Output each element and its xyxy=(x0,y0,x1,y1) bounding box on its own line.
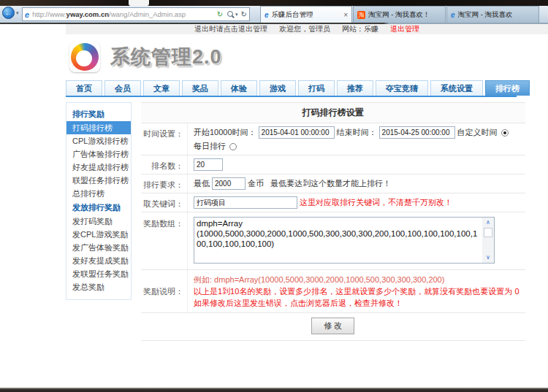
main-nav: 首页 会员 文章 奖品 体验 游戏 打码 推荐 夺宝竞猜 系统设置 排行榜 xyxy=(66,80,517,97)
browser-tab-taobao-1[interactable]: 淘 淘宝网 - 淘我喜欢！ xyxy=(353,6,446,23)
desktop-window-fragment xyxy=(129,0,149,6)
sidebar-item-ad-experience-rank[interactable]: 广告体验排行榜 xyxy=(66,147,131,161)
site-title: 系统管理2.0 xyxy=(110,44,222,70)
form-title: 打码排行榜设置 xyxy=(141,103,525,123)
ie-page-icon: e xyxy=(451,11,455,19)
sidebar-item-total-rank[interactable]: 总排行榜 xyxy=(66,187,131,200)
custom-time-radio[interactable] xyxy=(501,129,509,137)
search-dropdown-icon[interactable]: ▾ xyxy=(235,12,238,18)
browser-chrome: ← ▾ e http://www.yway.com.cn/wang/Admin_… xyxy=(0,6,548,23)
refresh-icon[interactable]: ↻ xyxy=(241,10,247,18)
address-bar[interactable]: e http://www.yway.com.cn/wang/Admin_Admi… xyxy=(22,7,250,21)
nav-tab-lottery[interactable]: 夺宝竞猜 xyxy=(376,80,428,96)
page-body: 系统管理2.0 首页 会员 文章 奖品 体验 游戏 打码 推荐 夺宝竞猜 系统设… xyxy=(0,34,548,341)
search-icon[interactable] xyxy=(227,11,234,18)
ie-page-icon: e xyxy=(265,11,269,19)
desc-example-line: 例如: dmph=Array(10000,5000,3000,2000,1000… xyxy=(194,274,520,285)
welcome-bar: 退出时请点击退出管理 欢迎您，管理员 网站：乐赚 退出管理 xyxy=(66,24,548,34)
back-button[interactable]: ← xyxy=(2,7,15,19)
sidebar-item-send-friend-commission-reward[interactable]: 发好友提成奖励 xyxy=(66,254,131,267)
nav-tab-system-settings[interactable]: 系统设置 xyxy=(430,80,483,96)
rank-count-input[interactable] xyxy=(194,158,223,171)
keyword-label: 取关键词： xyxy=(141,193,188,212)
end-time-input[interactable] xyxy=(379,126,455,139)
reward-desc-row: 奖励说明： 例如: dmph=Array(10000,5000,3000,200… xyxy=(141,270,525,313)
page-favicon-icon: e xyxy=(25,10,29,19)
tab-title: 乐赚后台管理 xyxy=(272,10,342,20)
sidebar-item-send-alliance-task-reward[interactable]: 发联盟任务奖励 xyxy=(66,267,131,280)
site-header: 系统管理2.0 xyxy=(69,40,548,74)
sidebar-item-coding-rank[interactable]: 打码排行榜 xyxy=(66,121,131,134)
url-text[interactable]: http://www.yway.com.cn/wang/Admin_Admin.… xyxy=(32,10,214,18)
requirement-note: 最低要达到这个数量才能上排行！ xyxy=(270,178,391,189)
settings-form: 打码排行榜设置 时间设置： 开始10000时间： 结束时间： 自定义时间 每日排… xyxy=(141,102,525,341)
keyword-row: 取关键词： 这里对应取排行关键词，不清楚千万别改！ xyxy=(141,193,525,212)
close-icon[interactable]: × xyxy=(343,11,348,19)
desc-line-2: 以上是1到10名的奖励，设置多少排名，这里就设置多少个奖励，就算没有奖励也要设置… xyxy=(194,285,520,297)
scrollbar-thumb[interactable] xyxy=(484,228,492,237)
sidebar-item-alliance-task-rank[interactable]: 联盟任务排行榜 xyxy=(66,174,131,187)
reward-array-row: 奖励数组： dmph=Array (10000,5000,3000,2000,1… xyxy=(141,212,525,270)
site-name-text: 网站：乐赚 xyxy=(342,24,378,34)
modify-button[interactable]: 修 改 xyxy=(311,318,354,334)
scroll-down-icon[interactable]: ∨ xyxy=(486,253,490,263)
min-label: 最低 xyxy=(194,178,210,189)
compatibility-view-icon[interactable]: ↻ xyxy=(217,10,223,18)
reward-desc-label: 奖励说明： xyxy=(141,270,188,312)
nav-tab-articles[interactable]: 文章 xyxy=(143,80,180,96)
nav-tab-members[interactable]: 会员 xyxy=(104,80,141,96)
nav-tab-coding[interactable]: 打码 xyxy=(298,80,335,96)
rank-count-row: 排名数： xyxy=(141,155,525,174)
daily-rank-radio[interactable] xyxy=(229,143,237,150)
back-dropdown-icon[interactable]: ▾ xyxy=(16,10,19,16)
taskbar-sliver xyxy=(0,388,548,392)
sidebar-item-send-total-reward[interactable]: 发总奖励 xyxy=(66,280,131,293)
time-setting-row: 时间设置： 开始10000时间： 结束时间： 自定义时间 每日排行 xyxy=(141,123,525,155)
rank-count-label: 排名数： xyxy=(141,155,188,174)
nav-tab-home[interactable]: 首页 xyxy=(66,80,102,96)
logout-link[interactable]: 退出管理 xyxy=(390,24,419,34)
textarea-scrollbar[interactable]: ∧ ∨ xyxy=(482,218,494,263)
browser-tab-taobao-2[interactable]: e 淘宝网 - 淘我喜欢 xyxy=(446,6,539,23)
sidebar-item-send-ad-experience-reward[interactable]: 发广告体验奖励 xyxy=(66,241,131,254)
nav-tab-prizes[interactable]: 奖品 xyxy=(182,80,218,96)
taobao-icon: 淘 xyxy=(357,11,365,19)
end-time-label: 结束时间： xyxy=(337,127,377,138)
welcome-text: 欢迎您，管理员 xyxy=(279,24,330,34)
sidebar: 排行奖励 打码排行榜 CPL游戏排行榜 广告体验排行榜 好友提成排行榜 联盟任务… xyxy=(66,102,132,300)
content-area: 排行奖励 打码排行榜 CPL游戏排行榜 广告体验排行榜 好友提成排行榜 联盟任务… xyxy=(66,102,517,341)
sidebar-header-ranking-rewards: 排行奖励 xyxy=(66,107,131,121)
browser-tab-admin[interactable]: e 乐赚后台管理 × xyxy=(260,6,352,23)
keyword-warning: 这里对应取排行关键词，不清楚千万别改！ xyxy=(300,197,452,208)
keyword-input[interactable] xyxy=(194,196,297,209)
desc-line-3: 如果修改后这里发生错误，点击浏览器后退，检查并修改！ xyxy=(194,297,520,309)
nav-tab-referral[interactable]: 推荐 xyxy=(337,80,373,96)
requirement-label: 排行要求： xyxy=(141,174,188,193)
min-coins-input[interactable] xyxy=(212,177,246,190)
unit-label: 金币 xyxy=(248,178,264,189)
pinwheel-logo-icon xyxy=(69,42,100,72)
reward-array-textarea[interactable]: dmph=Array (10000,5000,3000,2000,1000,50… xyxy=(194,217,495,264)
nav-tab-games[interactable]: 游戏 xyxy=(259,80,296,96)
tab-title: 淘宝网 - 淘我喜欢 xyxy=(458,10,535,20)
sidebar-item-send-coding-reward[interactable]: 发打码奖励 xyxy=(66,215,131,228)
reward-array-label: 奖励数组： xyxy=(141,212,188,269)
sidebar-item-cpl-game-rank[interactable]: CPL游戏排行榜 xyxy=(66,134,131,147)
submit-row: 修 改 xyxy=(141,313,525,341)
sidebar-item-send-cpl-game-reward[interactable]: 发CPL游戏奖励 xyxy=(66,228,131,241)
daily-rank-label: 每日排行 xyxy=(194,141,226,152)
nav-tab-ranking[interactable]: 排行榜 xyxy=(485,80,530,96)
time-setting-label: 时间设置： xyxy=(141,123,188,155)
requirement-row: 排行要求： 最低 金币 最低要达到这个数量才能上排行！ xyxy=(141,174,525,193)
screen: ← ▾ e http://www.yway.com.cn/wang/Admin_… xyxy=(0,0,548,392)
exit-tip-text: 退出时请点击退出管理 xyxy=(194,24,267,34)
custom-time-label: 自定义时间 xyxy=(457,127,498,138)
sidebar-item-friend-commission-rank[interactable]: 好友提成排行榜 xyxy=(66,161,131,174)
desktop-background xyxy=(0,0,548,6)
start-time-input[interactable] xyxy=(259,126,335,139)
start-time-label: 开始10000时间： xyxy=(194,127,256,138)
tab-title: 淘宝网 - 淘我喜欢！ xyxy=(368,10,441,20)
nav-tab-experience[interactable]: 体验 xyxy=(221,80,257,96)
sidebar-header-send-rewards: 发放排行奖励 xyxy=(66,200,131,215)
scroll-up-icon[interactable]: ∧ xyxy=(486,218,490,228)
